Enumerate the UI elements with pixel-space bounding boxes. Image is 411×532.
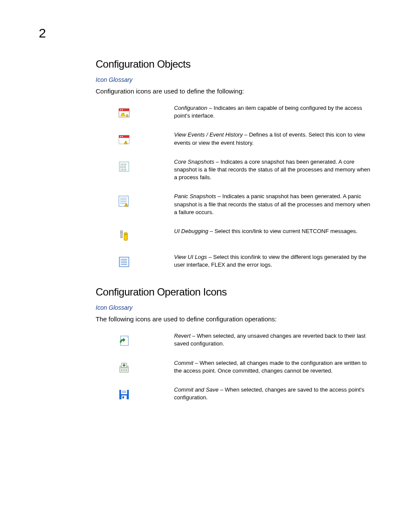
- glossary-desc: Commit and Save – When selected, changes…: [174, 386, 371, 401]
- glossary-row: Panic Snapshots – Indicates a panic snap…: [96, 193, 371, 216]
- glossary-desc: Configuration – Indicates an item capabl…: [174, 104, 371, 120]
- glossary-row: Configuration – Indicates an item capabl…: [96, 104, 371, 120]
- glossary-desc: Core Snapshots – Indicates a core snapsh…: [174, 158, 371, 182]
- panic-snapshots-icon: [118, 195, 130, 207]
- glossary-row: Revert – When selected, any unsaved chan…: [96, 332, 371, 348]
- glossary-row: UI Debugging – Select this icon/link to …: [96, 227, 371, 242]
- glossary-row: View UI Logs – Select this icon/link to …: [96, 253, 371, 269]
- glossary-desc: Panic Snapshots – Indicates a panic snap…: [174, 193, 371, 216]
- configuration-icon: [118, 107, 130, 119]
- glossary-desc: Revert – When selected, any unsaved chan…: [174, 332, 371, 348]
- ui-debugging-icon: [118, 230, 130, 242]
- glossary-row: Commit and Save – When selected, changes…: [96, 386, 371, 401]
- view-ui-logs-icon: [118, 256, 130, 268]
- glossary-desc: Commit – When selected, all changes made…: [174, 359, 371, 375]
- glossary-desc: UI Debugging – Select this icon/link to …: [174, 227, 371, 235]
- breadcrumb-link[interactable]: Icon Glossary: [96, 76, 371, 83]
- revert-icon: [118, 335, 130, 347]
- core-snapshots-icon: [118, 161, 130, 173]
- commit-icon: [118, 362, 130, 374]
- section-heading: Configuration Objects: [96, 58, 371, 70]
- intro-text: Configuration icons are used to define t…: [96, 87, 371, 95]
- glossary-row: Core Snapshots – Indicates a core snapsh…: [96, 158, 371, 182]
- glossary-desc: View Events / Event History – Defines a …: [174, 131, 371, 146]
- commit-and-save-icon: [118, 389, 130, 401]
- glossary-row: Commit – When selected, all changes made…: [96, 359, 371, 375]
- page-number: 2: [39, 26, 46, 40]
- breadcrumb-link[interactable]: Icon Glossary: [96, 304, 371, 311]
- glossary-row: View Events / Event History – Defines a …: [96, 131, 371, 146]
- view-events-icon: [118, 134, 130, 146]
- intro-text: The following icons are used to define c…: [96, 315, 371, 323]
- page-content: Configuration Objects Icon Glossary Conf…: [96, 58, 371, 413]
- section-heading: Configuration Operation Icons: [96, 286, 371, 298]
- glossary-desc: View UI Logs – Select this icon/link to …: [174, 253, 371, 269]
